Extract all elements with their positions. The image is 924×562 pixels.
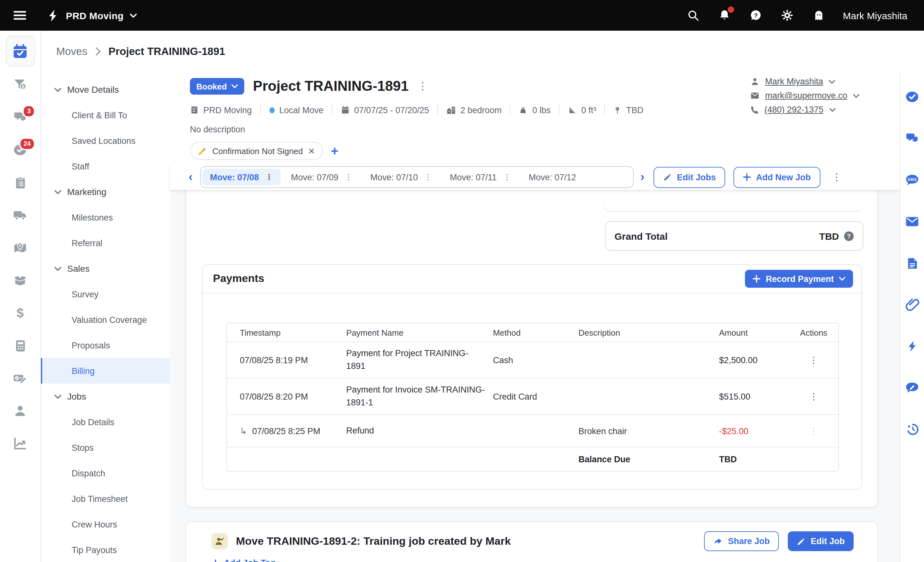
job-tab-move-07-09[interactable]: Move: 07/09⋮ <box>283 169 360 186</box>
nav-item-staff[interactable]: Staff <box>40 153 170 179</box>
nav-item-valuation-coverage[interactable]: Valuation Coverage <box>40 307 170 333</box>
map-icon[interactable] <box>13 240 27 255</box>
search-icon[interactable] <box>686 8 700 22</box>
job-person-check-icon <box>212 533 228 549</box>
job-tab-move-07-11[interactable]: Move: 07/11⋮ <box>442 169 519 186</box>
nav-item-client-bill-to[interactable]: Client & Bill To <box>40 102 170 128</box>
truck-icon[interactable] <box>13 208 27 222</box>
payment-amount: $2,500.00 <box>719 355 795 365</box>
nav-item-referral[interactable]: Referral <box>40 230 170 256</box>
user-menu[interactable]: Mark Miyashita <box>843 10 908 21</box>
nav-item-saved-locations[interactable]: Saved Locations <box>40 128 170 153</box>
nav-item-dispatch[interactable]: Dispatch <box>40 460 170 486</box>
remove-tag-icon[interactable]: ✕ <box>308 146 315 156</box>
clipboard-icon[interactable] <box>13 175 27 190</box>
top-bar: PRD Moving ? Mark Miyashita <box>0 0 924 31</box>
payment-name: Refund <box>346 424 493 438</box>
documents-icon[interactable] <box>905 256 920 270</box>
nav-item-milestones[interactable]: Milestones <box>40 205 170 230</box>
chevron-down-icon[interactable] <box>853 94 860 97</box>
job-tab-kebab-menu[interactable]: ⋮ <box>503 173 511 181</box>
contact-name-link[interactable]: Mark Miyashita <box>765 77 823 86</box>
ghost-icon[interactable] <box>812 8 825 22</box>
calendar-app-icon[interactable] <box>5 36 35 66</box>
settings-gear-icon[interactable] <box>780 8 794 22</box>
job-tab-kebab-menu[interactable]: ⋮ <box>424 173 432 181</box>
contact-phone-link[interactable]: (480) 292-1375 <box>765 105 824 114</box>
inventory-box-icon[interactable] <box>13 273 27 288</box>
chat-icon[interactable]: 3 <box>13 110 27 125</box>
history-icon[interactable] <box>905 422 920 437</box>
chevron-down-icon[interactable] <box>130 13 137 18</box>
nav-item-job-details[interactable]: Job Details <box>40 409 170 435</box>
breadcrumb-moves-link[interactable]: Moves <box>56 45 87 57</box>
status-label: Booked <box>196 81 226 91</box>
status-booked-button[interactable]: Booked <box>190 78 244 94</box>
job-tab-kebab-menu[interactable]: ⋮ <box>266 173 273 181</box>
job-tab-move-07-10[interactable]: Move: 07/10⋮ <box>363 169 440 186</box>
hamburger-menu-icon[interactable] <box>12 7 28 24</box>
breadcrumb-chevron-icon <box>95 47 101 55</box>
tabs-scroll-left-icon[interactable]: ‹ <box>189 170 193 184</box>
nav-item-stops[interactable]: Stops <box>40 435 170 460</box>
project-tag[interactable]: Confirmation Not Signed ✕ <box>190 142 322 160</box>
sms-icon[interactable]: SMS <box>905 172 920 187</box>
automations-bolt-icon[interactable] <box>905 339 920 354</box>
contact-email-link[interactable]: mark@supermove.co <box>765 91 847 100</box>
tasks-check-icon[interactable]: 24 <box>13 142 27 157</box>
company-switcher[interactable]: PRD Moving <box>66 10 124 21</box>
record-payment-button[interactable]: Record Payment <box>745 270 853 288</box>
chevron-down-icon[interactable] <box>829 79 836 84</box>
conversations-icon[interactable] <box>905 131 920 146</box>
nav-item-job-timesheet[interactable]: Job Timesheet <box>40 486 170 511</box>
add-tag-button[interactable]: + <box>331 144 338 157</box>
nav-item-marketing[interactable]: Marketing <box>40 179 170 205</box>
nav-item-sales[interactable]: Sales <box>40 256 170 281</box>
nav-item-crew-hours[interactable]: Crew Hours <box>40 511 170 537</box>
edit-jobs-button[interactable]: Edit Jobs <box>653 166 726 188</box>
attachments-paperclip-icon[interactable] <box>905 297 920 312</box>
nav-item-tip-payouts[interactable]: Tip Payouts <box>40 537 170 562</box>
project-kebab-menu[interactable]: ⋮ <box>417 81 428 91</box>
email-icon[interactable] <box>905 214 920 229</box>
nav-item-label: Move Details <box>67 84 119 94</box>
jobs-bar-kebab-menu[interactable]: ⋮ <box>832 172 842 182</box>
nav-item-label: Billing <box>72 366 94 376</box>
reports-chart-icon[interactable] <box>13 436 27 451</box>
nav-item-proposals[interactable]: Proposals <box>40 333 170 358</box>
tabs-scroll-right-icon[interactable]: › <box>640 170 645 184</box>
calculator-icon[interactable] <box>13 338 27 353</box>
job-tab-kebab-menu[interactable]: ⋮ <box>345 173 352 181</box>
add-new-job-button[interactable]: Add New Job <box>734 166 820 188</box>
share-job-button[interactable]: Share Job <box>704 531 779 551</box>
payment-actions-kebab-menu[interactable]: ⋮ <box>795 392 838 401</box>
payments-table: Timestamp Payment Name Method Descriptio… <box>226 323 839 472</box>
notifications-bell-icon[interactable] <box>717 8 732 22</box>
payment-actions-kebab-menu[interactable]: ⋮ <box>795 355 838 364</box>
edit-jobs-label: Edit Jobs <box>677 172 716 182</box>
chevron-down-icon[interactable] <box>830 108 836 112</box>
nav-item-survey[interactable]: Survey <box>40 281 170 307</box>
nav-item-move-details[interactable]: Move Details <box>40 77 170 102</box>
sales-funnel-icon[interactable]: $ <box>13 77 27 92</box>
help-circle-icon[interactable]: ? <box>844 231 854 241</box>
branch-building-icon <box>190 105 199 114</box>
job-tab-move-07-08[interactable]: Move: 07/08⋮ <box>202 169 281 186</box>
add-job-tag-button[interactable]: Add Job Tag <box>212 558 276 562</box>
help-icon[interactable]: ? <box>749 8 763 22</box>
weight-icon <box>519 105 528 114</box>
nav-item-jobs[interactable]: Jobs <box>40 384 170 409</box>
volume-ruler-icon <box>568 105 577 114</box>
notes-chat-pencil-icon[interactable] <box>905 381 920 395</box>
customers-person-icon[interactable] <box>13 403 27 418</box>
svg-text:$: $ <box>16 376 18 381</box>
dollar-icon[interactable]: $ <box>13 306 27 320</box>
nav-item-billing[interactable]: Billing <box>40 358 170 384</box>
share-icon <box>713 537 723 546</box>
edit-job-button[interactable]: Edit Job <box>788 531 854 551</box>
tasks-check-icon[interactable] <box>905 90 920 104</box>
payment-actions-kebab-menu[interactable]: ⋮ <box>795 426 838 435</box>
payroll-check-icon[interactable]: $ <box>13 371 27 385</box>
job-tab-move-07-12[interactable]: Move: 07/12 <box>521 169 584 186</box>
balance-due-label: Balance Due <box>578 455 719 464</box>
